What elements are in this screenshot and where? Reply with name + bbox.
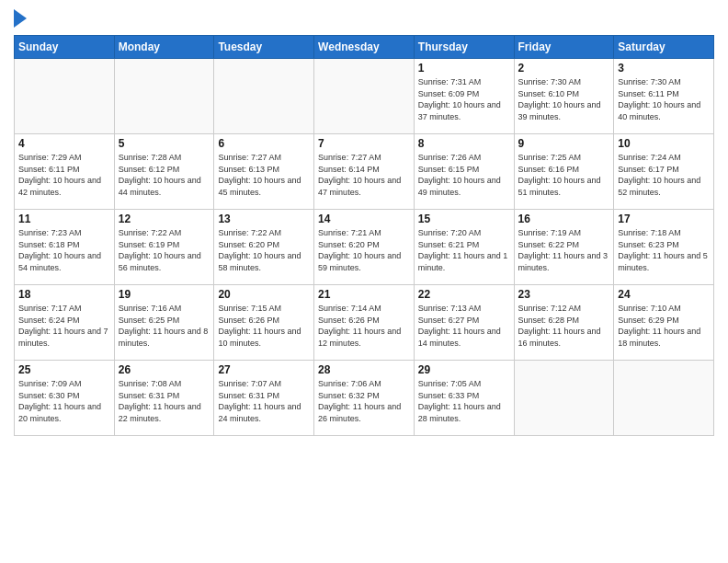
calendar-cell: 26Sunrise: 7:08 AM Sunset: 6:31 PM Dayli… — [114, 361, 214, 436]
day-info: Sunrise: 7:09 AM Sunset: 6:30 PM Dayligh… — [18, 378, 110, 424]
day-number: 2 — [518, 62, 610, 75]
day-info: Sunrise: 7:22 AM Sunset: 6:20 PM Dayligh… — [218, 227, 310, 273]
calendar-week-1: 1Sunrise: 7:31 AM Sunset: 6:09 PM Daylig… — [15, 59, 714, 134]
day-number: 3 — [618, 62, 710, 75]
day-info: Sunrise: 7:28 AM Sunset: 6:12 PM Dayligh… — [119, 152, 210, 198]
day-info: Sunrise: 7:20 AM Sunset: 6:21 PM Dayligh… — [418, 227, 510, 273]
calendar-cell: 10Sunrise: 7:24 AM Sunset: 6:17 PM Dayli… — [614, 134, 714, 210]
calendar-week-2: 4Sunrise: 7:29 AM Sunset: 6:11 PM Daylig… — [15, 134, 714, 210]
day-number: 17 — [618, 213, 710, 225]
day-info: Sunrise: 7:23 AM Sunset: 6:18 PM Dayligh… — [18, 227, 110, 273]
calendar-cell: 5Sunrise: 7:28 AM Sunset: 6:12 PM Daylig… — [114, 134, 214, 210]
weekday-header-sunday: Sunday — [15, 36, 115, 59]
day-number: 13 — [218, 213, 310, 225]
calendar-cell: 19Sunrise: 7:16 AM Sunset: 6:25 PM Dayli… — [114, 285, 214, 361]
calendar-cell: 14Sunrise: 7:21 AM Sunset: 6:20 PM Dayli… — [314, 210, 415, 285]
logo-area — [14, 9, 28, 28]
day-number: 25 — [18, 363, 110, 376]
day-number: 8 — [418, 137, 510, 150]
day-number: 10 — [618, 137, 710, 150]
day-info: Sunrise: 7:22 AM Sunset: 6:19 PM Dayligh… — [119, 227, 210, 273]
day-info: Sunrise: 7:05 AM Sunset: 6:33 PM Dayligh… — [418, 378, 510, 424]
calendar-cell: 25Sunrise: 7:09 AM Sunset: 6:30 PM Dayli… — [15, 361, 115, 436]
day-number: 4 — [18, 137, 110, 150]
calendar-cell: 6Sunrise: 7:27 AM Sunset: 6:13 PM Daylig… — [214, 134, 314, 210]
day-info: Sunrise: 7:25 AM Sunset: 6:16 PM Dayligh… — [518, 152, 610, 198]
day-number: 14 — [318, 213, 410, 225]
day-info: Sunrise: 7:19 AM Sunset: 6:22 PM Dayligh… — [518, 227, 610, 273]
day-info: Sunrise: 7:13 AM Sunset: 6:27 PM Dayligh… — [418, 303, 510, 349]
calendar-cell: 1Sunrise: 7:31 AM Sunset: 6:09 PM Daylig… — [414, 59, 514, 134]
logo-wrapper — [14, 9, 28, 28]
weekday-header-monday: Monday — [114, 36, 214, 59]
calendar-cell: 8Sunrise: 7:26 AM Sunset: 6:15 PM Daylig… — [414, 134, 514, 210]
weekday-header-wednesday: Wednesday — [314, 36, 415, 59]
day-number: 15 — [418, 213, 510, 225]
calendar-cell: 4Sunrise: 7:29 AM Sunset: 6:11 PM Daylig… — [15, 134, 115, 210]
calendar-cell: 16Sunrise: 7:19 AM Sunset: 6:22 PM Dayli… — [514, 210, 614, 285]
logo-icon — [14, 9, 27, 28]
day-number: 6 — [218, 137, 310, 150]
calendar-cell — [514, 361, 614, 436]
day-info: Sunrise: 7:24 AM Sunset: 6:17 PM Dayligh… — [618, 152, 710, 198]
calendar-cell: 23Sunrise: 7:12 AM Sunset: 6:28 PM Dayli… — [514, 285, 614, 361]
day-number: 21 — [318, 288, 410, 301]
calendar-cell: 29Sunrise: 7:05 AM Sunset: 6:33 PM Dayli… — [414, 361, 514, 436]
calendar-week-4: 18Sunrise: 7:17 AM Sunset: 6:24 PM Dayli… — [15, 285, 714, 361]
calendar-cell: 18Sunrise: 7:17 AM Sunset: 6:24 PM Dayli… — [15, 285, 115, 361]
day-info: Sunrise: 7:27 AM Sunset: 6:13 PM Dayligh… — [218, 152, 310, 198]
calendar-cell — [214, 59, 314, 134]
day-info: Sunrise: 7:14 AM Sunset: 6:26 PM Dayligh… — [318, 303, 410, 349]
day-info: Sunrise: 7:07 AM Sunset: 6:31 PM Dayligh… — [218, 378, 310, 424]
day-number: 27 — [218, 363, 310, 376]
day-number: 5 — [119, 137, 210, 150]
calendar-cell: 7Sunrise: 7:27 AM Sunset: 6:14 PM Daylig… — [314, 134, 415, 210]
calendar-cell — [314, 59, 415, 134]
weekday-header-thursday: Thursday — [414, 36, 514, 59]
calendar-cell: 27Sunrise: 7:07 AM Sunset: 6:31 PM Dayli… — [214, 361, 314, 436]
page: SundayMondayTuesdayWednesdayThursdayFrid… — [0, 0, 728, 563]
day-number: 22 — [418, 288, 510, 301]
day-number: 12 — [119, 213, 210, 225]
day-number: 23 — [518, 288, 610, 301]
weekday-header-tuesday: Tuesday — [214, 36, 314, 59]
calendar-cell: 17Sunrise: 7:18 AM Sunset: 6:23 PM Dayli… — [614, 210, 714, 285]
day-number: 28 — [318, 363, 410, 376]
calendar-table: SundayMondayTuesdayWednesdayThursdayFrid… — [14, 35, 714, 436]
day-number: 19 — [119, 288, 210, 301]
calendar-week-3: 11Sunrise: 7:23 AM Sunset: 6:18 PM Dayli… — [15, 210, 714, 285]
weekday-header-saturday: Saturday — [614, 36, 714, 59]
calendar-body: 1Sunrise: 7:31 AM Sunset: 6:09 PM Daylig… — [15, 59, 714, 436]
day-number: 16 — [518, 213, 610, 225]
day-info: Sunrise: 7:31 AM Sunset: 6:09 PM Dayligh… — [418, 76, 510, 122]
day-number: 1 — [418, 62, 510, 75]
day-number: 9 — [518, 137, 610, 150]
day-info: Sunrise: 7:15 AM Sunset: 6:26 PM Dayligh… — [218, 303, 310, 349]
weekday-header-row: SundayMondayTuesdayWednesdayThursdayFrid… — [15, 36, 714, 59]
day-info: Sunrise: 7:26 AM Sunset: 6:15 PM Dayligh… — [418, 152, 510, 198]
day-info: Sunrise: 7:18 AM Sunset: 6:23 PM Dayligh… — [618, 227, 710, 273]
calendar-cell: 11Sunrise: 7:23 AM Sunset: 6:18 PM Dayli… — [15, 210, 115, 285]
day-info: Sunrise: 7:21 AM Sunset: 6:20 PM Dayligh… — [318, 227, 410, 273]
day-info: Sunrise: 7:12 AM Sunset: 6:28 PM Dayligh… — [518, 303, 610, 349]
calendar-cell: 3Sunrise: 7:30 AM Sunset: 6:11 PM Daylig… — [614, 59, 714, 134]
day-info: Sunrise: 7:29 AM Sunset: 6:11 PM Dayligh… — [18, 152, 110, 198]
calendar-cell — [114, 59, 214, 134]
calendar-header: SundayMondayTuesdayWednesdayThursdayFrid… — [15, 36, 714, 59]
day-info: Sunrise: 7:08 AM Sunset: 6:31 PM Dayligh… — [119, 378, 210, 424]
day-info: Sunrise: 7:27 AM Sunset: 6:14 PM Dayligh… — [318, 152, 410, 198]
day-number: 18 — [18, 288, 110, 301]
calendar-cell: 24Sunrise: 7:10 AM Sunset: 6:29 PM Dayli… — [614, 285, 714, 361]
day-number: 20 — [218, 288, 310, 301]
day-info: Sunrise: 7:10 AM Sunset: 6:29 PM Dayligh… — [618, 303, 710, 349]
calendar-cell: 15Sunrise: 7:20 AM Sunset: 6:21 PM Dayli… — [414, 210, 514, 285]
calendar-cell: 9Sunrise: 7:25 AM Sunset: 6:16 PM Daylig… — [514, 134, 614, 210]
day-info: Sunrise: 7:06 AM Sunset: 6:32 PM Dayligh… — [318, 378, 410, 424]
day-info: Sunrise: 7:17 AM Sunset: 6:24 PM Dayligh… — [18, 303, 110, 349]
day-number: 7 — [318, 137, 410, 150]
calendar-week-5: 25Sunrise: 7:09 AM Sunset: 6:30 PM Dayli… — [15, 361, 714, 436]
calendar-cell: 20Sunrise: 7:15 AM Sunset: 6:26 PM Dayli… — [214, 285, 314, 361]
calendar-cell — [15, 59, 115, 134]
day-number: 24 — [618, 288, 710, 301]
day-number: 26 — [119, 363, 210, 376]
